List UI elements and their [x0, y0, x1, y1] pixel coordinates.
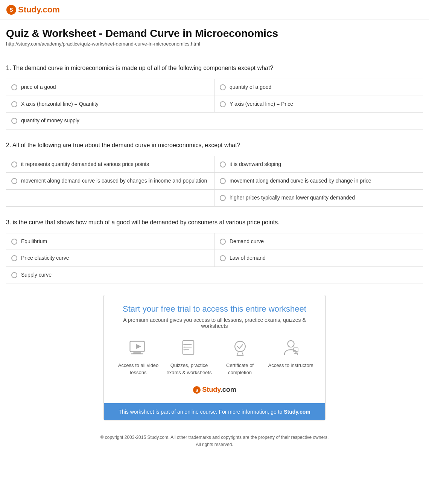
promo-bottom-text: This worksheet is part of an online cour… [119, 409, 310, 415]
question-3-text: 3. is the curve that shows how much of a… [6, 218, 423, 227]
answer-q2-1[interactable]: it represents quantity demanded at vario… [6, 156, 214, 173]
answer-label-q1-2: quantity of a good [230, 84, 271, 91]
svg-line-15 [242, 352, 243, 356]
answer-q1-4[interactable]: Y axis (vertical line) = Price [214, 96, 423, 113]
promo-subtitle: A premium account gives you access to al… [113, 317, 316, 329]
logo[interactable]: S Study.com [6, 5, 60, 15]
svg-point-13 [235, 341, 245, 352]
answer-q1-2[interactable]: quantity of a good [214, 79, 423, 96]
q3-empty-cell [214, 267, 423, 284]
answer-label-q2-1: it represents quantity demanded at vario… [21, 161, 149, 168]
header: S Study.com [0, 0, 429, 20]
answer-q3-2[interactable]: Demand curve [214, 233, 423, 250]
radio-q2-1[interactable] [11, 161, 17, 167]
promo-title: Start your free trial to access this ent… [113, 304, 316, 314]
radio-q1-1[interactable] [11, 84, 17, 90]
feature-video-label: Access to all video lessons [116, 362, 161, 376]
radio-q1-3[interactable] [11, 101, 17, 107]
feature-instructors: Access to instructors [268, 337, 313, 376]
radio-q3-4[interactable] [220, 255, 226, 261]
promo-bottom-bar[interactable]: This worksheet is part of an online cour… [104, 403, 325, 420]
footer-text-2: All rights reserved. [12, 441, 417, 448]
question-1: 1. The demand curve in microeconomics is… [6, 64, 423, 129]
radio-q3-1[interactable] [11, 239, 17, 245]
promo-box: Start your free trial to access this ent… [103, 295, 326, 420]
question-1-answers: price of a good quantity of a good X axi… [6, 79, 423, 129]
answer-label-q3-2: Demand curve [230, 238, 264, 245]
feature-certificate-label: Certificate of completion [218, 362, 263, 376]
svg-point-10 [183, 344, 184, 345]
svg-point-12 [183, 349, 184, 350]
svg-rect-5 [131, 353, 143, 355]
svg-marker-3 [136, 344, 141, 349]
svg-point-17 [288, 341, 294, 347]
answer-label-q2-3: movement along demand curve is caused by… [21, 177, 207, 185]
radio-q2-2[interactable] [220, 161, 226, 167]
radio-q1-4[interactable] [220, 101, 226, 107]
answer-q1-5[interactable]: quantity of money supply [6, 113, 214, 129]
q1-empty-cell [214, 113, 423, 129]
logo-text: Study.com [18, 5, 60, 15]
promo-studycom-link[interactable]: Study.com [284, 409, 310, 415]
svg-point-11 [183, 347, 184, 348]
feature-instructors-label: Access to instructors [268, 362, 313, 369]
promo-features: Access to all video lessons [113, 337, 316, 376]
answer-label-q3-5: Supply curve [21, 271, 52, 279]
quiz-icon [178, 337, 201, 359]
footer: © copyright 2003-2015 Study.com. All oth… [6, 428, 423, 454]
answer-label-q1-3: X axis (horizontal line) = Quantity [21, 100, 99, 108]
answer-q2-4[interactable]: movement along demand curve is caused by… [214, 173, 423, 190]
answer-label-q1-1: price of a good [21, 84, 56, 91]
page-url: http://study.com/academy/practice/quiz-w… [6, 41, 423, 47]
video-icon [127, 337, 150, 359]
question-3: 3. is the curve that shows how much of a… [6, 218, 423, 284]
question-1-text: 1. The demand curve in microeconomics is… [6, 64, 423, 73]
main-content: Quiz & Worksheet - Demand Curve in Micro… [0, 20, 429, 458]
radio-q2-3[interactable] [11, 178, 17, 184]
answer-label-q3-4: Law of demand [230, 254, 266, 262]
radio-q3-5[interactable] [11, 272, 17, 278]
answer-q1-1[interactable]: price of a good [6, 79, 214, 96]
q2-empty-left [6, 190, 214, 207]
feature-quizzes: Quizzes, practice exams & worksheets [167, 337, 212, 376]
svg-text:S: S [9, 7, 13, 13]
promo-logo-icon: S [193, 386, 201, 394]
answer-q2-5[interactable]: higher prices typically mean lower quant… [214, 190, 423, 207]
radio-q1-5[interactable] [11, 118, 17, 124]
answer-label-q3-1: Equilibrium [21, 238, 47, 245]
radio-q3-3[interactable] [11, 255, 17, 261]
page-title: Quiz & Worksheet - Demand Curve in Micro… [6, 27, 423, 40]
certificate-icon [229, 337, 251, 359]
radio-q1-2[interactable] [220, 84, 226, 90]
answer-label-q3-3: Price elasticity curve [21, 254, 69, 262]
feature-video: Access to all video lessons [116, 337, 161, 376]
question-3-answers: Equilibrium Demand curve Price elasticit… [6, 233, 423, 284]
promo-top: Start your free trial to access this ent… [104, 295, 325, 403]
answer-q3-3[interactable]: Price elasticity curve [6, 250, 214, 267]
studycom-logo-icon: S [6, 5, 17, 15]
answer-q3-1[interactable]: Equilibrium [6, 233, 214, 250]
radio-q3-2[interactable] [220, 239, 226, 245]
answer-label-q1-4: Y axis (vertical line) = Price [230, 100, 293, 108]
answer-q2-3[interactable]: movement along demand curve is caused by… [6, 173, 214, 190]
answer-label-q2-4: movement along demand curve is caused by… [230, 177, 371, 185]
instructor-icon [280, 337, 302, 359]
radio-q2-4[interactable] [220, 178, 226, 184]
promo-studycom-logo: S Study.com [193, 386, 236, 394]
question-2-text: 2. All of the following are true about t… [6, 141, 423, 150]
answer-q3-5[interactable]: Supply curve [6, 267, 214, 284]
radio-q2-5[interactable] [220, 195, 226, 201]
answer-q3-4[interactable]: Law of demand [214, 250, 423, 267]
footer-text-1: © copyright 2003-2015 Study.com. All oth… [12, 434, 417, 441]
question-2-answers: it represents quantity demanded at vario… [6, 156, 423, 207]
feature-quizzes-label: Quizzes, practice exams & worksheets [167, 362, 212, 376]
answer-label-q2-5: higher prices typically mean lower quant… [230, 194, 355, 202]
answer-label-q1-5: quantity of money supply [21, 117, 79, 125]
svg-text:S: S [195, 388, 198, 393]
answer-q2-2[interactable]: it is downward sloping [214, 156, 423, 173]
question-2: 2. All of the following are true about t… [6, 141, 423, 207]
header-divider [6, 56, 423, 56]
answer-q1-3[interactable]: X axis (horizontal line) = Quantity [6, 96, 214, 113]
answer-label-q2-2: it is downward sloping [230, 161, 281, 168]
feature-certificate: Certificate of completion [218, 337, 263, 376]
